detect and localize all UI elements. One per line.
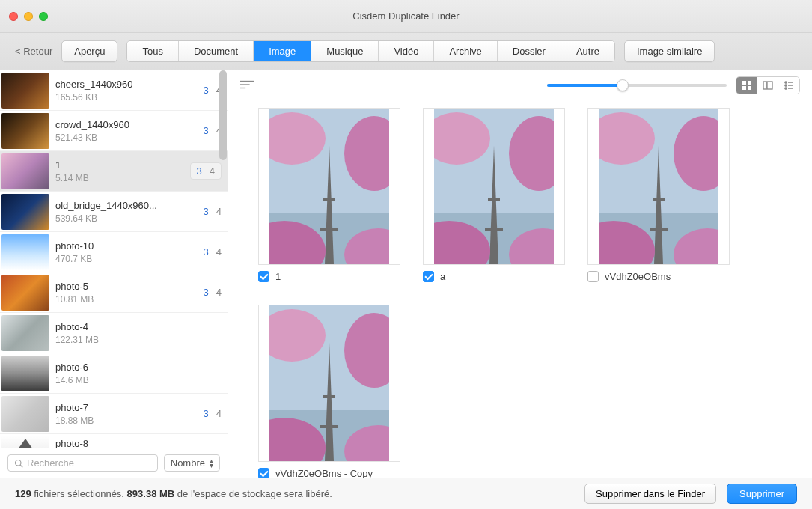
sort-select[interactable]: Nombre ▴▾: [164, 454, 220, 472]
file-name: photo-5: [55, 281, 204, 292]
svg-rect-6: [748, 81, 751, 85]
list-item[interactable]: photo-6 14.6 MB: [0, 353, 228, 394]
list-view-button[interactable]: [778, 77, 799, 94]
grid-card[interactable]: vVdhZ0eOBms: [587, 108, 730, 282]
thumbnail-grid: 1: [228, 100, 812, 478]
checkbox[interactable]: [423, 271, 434, 282]
tab-musique[interactable]: Musique: [311, 41, 379, 61]
file-name: photo-4: [55, 321, 214, 332]
svg-rect-20: [323, 198, 335, 201]
maximize-window-button[interactable]: [39, 12, 48, 21]
svg-point-15: [785, 88, 787, 89]
footer: 129 fichiers sélectionnés. 893.38 MB de …: [0, 478, 812, 509]
minimize-window-button[interactable]: [24, 12, 33, 21]
svg-rect-29: [488, 198, 500, 201]
svg-rect-39: [650, 228, 668, 231]
tab-image[interactable]: Image: [254, 41, 311, 61]
file-name: photo-10: [55, 240, 204, 252]
card-label: 1: [275, 271, 281, 282]
card-label: vVdhZ0eOBms - Copy: [275, 468, 373, 478]
svg-rect-9: [763, 82, 766, 89]
grid-card[interactable]: vVdhZ0eOBms - Copy: [258, 305, 400, 478]
traffic-lights: [0, 12, 48, 21]
preview-button[interactable]: Aperçu: [61, 40, 117, 62]
back-button[interactable]: < Retour: [15, 46, 52, 57]
list-item[interactable]: photo-5 10.81 MB 3 4: [0, 272, 228, 313]
checkbox[interactable]: [258, 468, 269, 478]
file-name: crowd_1440x960: [55, 119, 204, 130]
card-label-row: 1: [258, 271, 400, 282]
checkbox[interactable]: [258, 271, 269, 282]
file-name: old_bridge_1440x960...: [55, 200, 204, 211]
svg-rect-38: [653, 198, 665, 201]
list-item[interactable]: photo-8: [0, 434, 228, 448]
list-item[interactable]: photo-10 470.7 KB 3 4: [0, 232, 228, 272]
list-item[interactable]: cheers_1440x960 165.56 KB 3 4: [0, 70, 228, 111]
card-label-row: a: [423, 271, 565, 282]
list-item[interactable]: photo-4 122.31 MB: [0, 313, 228, 353]
card-label: a: [440, 271, 445, 282]
slider-handle[interactable]: [617, 79, 629, 91]
file-name: photo-6: [55, 362, 214, 373]
checkbox[interactable]: [587, 271, 599, 282]
list-item[interactable]: old_bridge_1440x960... 539.64 KB 3 4: [0, 192, 228, 232]
list-item[interactable]: crowd_1440x960 521.43 KB 3 4: [0, 111, 228, 151]
thumbnail: [1, 153, 49, 189]
file-list: cheers_1440x960 165.56 KB 3 4 crowd_1440…: [0, 70, 228, 448]
list-item[interactable]: photo-7 18.88 MB 3 4: [0, 394, 228, 434]
tab-autre[interactable]: Autre: [561, 41, 614, 61]
file-name: photo-7: [55, 402, 204, 413]
svg-rect-21: [320, 228, 338, 231]
sort-lines-icon[interactable]: [240, 79, 254, 92]
svg-rect-30: [485, 228, 503, 231]
close-window-button[interactable]: [9, 12, 18, 21]
similar-image-button[interactable]: Image similaire: [624, 40, 715, 62]
window-title: Cisdem Duplicate Finder: [0, 10, 812, 22]
status-text: 129 fichiers sélectionnés. 893.38 MB de …: [15, 488, 332, 499]
tab-document[interactable]: Document: [179, 41, 254, 61]
toolbar: < Retour Aperçu Tous Document Image Musi…: [0, 33, 812, 70]
column-view-button[interactable]: [757, 77, 778, 94]
file-name: cheers_1440x960: [55, 79, 204, 90]
delete-button[interactable]: Supprimer: [727, 484, 797, 504]
search-input[interactable]: Recherche: [7, 454, 158, 472]
file-size: 10.81 MB: [55, 294, 204, 305]
tab-tous[interactable]: Tous: [127, 41, 178, 61]
eiffel-image-icon: [599, 109, 718, 264]
counts: 3 4: [204, 206, 222, 217]
search-placeholder: Recherche: [27, 457, 74, 469]
sort-label: Nombre: [171, 457, 205, 469]
eiffel-image-icon: [269, 109, 389, 264]
main-content: cheers_1440x960 165.56 KB 3 4 crowd_1440…: [0, 70, 812, 478]
file-size: 165.56 KB: [55, 92, 204, 103]
thumbnail: [1, 315, 49, 351]
detail-panel: 1: [228, 70, 812, 478]
card-image: [258, 108, 400, 265]
card-image: [258, 305, 400, 462]
eiffel-image-icon: [269, 305, 389, 461]
list-item[interactable]: 1 5.14 MB 3 4: [0, 151, 228, 192]
grid-view-button[interactable]: [736, 77, 757, 94]
thumbnail: [1, 436, 49, 448]
tab-video[interactable]: Vidéo: [379, 41, 434, 61]
svg-line-1: [20, 465, 22, 467]
delete-in-finder-button[interactable]: Supprimer dans le Finder: [584, 484, 716, 504]
view-switch: [736, 76, 800, 94]
zoom-slider[interactable]: [547, 84, 727, 87]
scrollbar[interactable]: [219, 70, 227, 160]
svg-point-11: [785, 82, 787, 83]
category-tabs: Tous Document Image Musique Vidéo Archiv…: [126, 40, 615, 62]
file-name: photo-8: [55, 438, 222, 448]
file-size: 122.31 MB: [55, 335, 214, 345]
grid-card[interactable]: a: [423, 108, 565, 282]
file-name: 1: [55, 159, 190, 171]
sidebar-footer: Recherche Nombre ▴▾: [0, 448, 228, 478]
grid-card[interactable]: 1: [258, 108, 400, 282]
svg-rect-8: [748, 86, 751, 90]
thumbnail: [1, 113, 49, 149]
tab-archive[interactable]: Archive: [434, 41, 497, 61]
file-size: 5.14 MB: [55, 173, 190, 183]
tab-dossier[interactable]: Dossier: [498, 41, 561, 61]
svg-point-0: [16, 460, 22, 466]
svg-rect-10: [767, 82, 772, 89]
